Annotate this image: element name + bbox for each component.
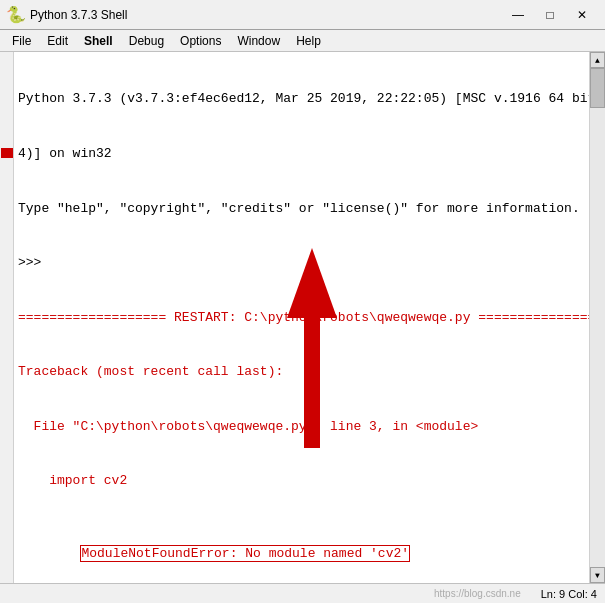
restart-line: =================== RESTART: C:\python\r… bbox=[18, 309, 585, 327]
menu-file[interactable]: File bbox=[4, 30, 39, 51]
output-line-4: >>> bbox=[18, 254, 585, 272]
maximize-button[interactable]: □ bbox=[535, 4, 565, 26]
watermark: https://blog.csdn.ne bbox=[434, 588, 521, 599]
error-line: ModuleNotFoundError: No module named 'cv… bbox=[18, 527, 585, 582]
position-indicator: Ln: 9 Col: 4 bbox=[541, 588, 597, 600]
menu-help[interactable]: Help bbox=[288, 30, 329, 51]
left-marker bbox=[0, 52, 14, 583]
scroll-down-arrow[interactable]: ▼ bbox=[590, 567, 605, 583]
shell-main: Python 3.7.3 (v3.7.3:ef4ec6ed12, Mar 25 … bbox=[14, 52, 589, 583]
file-line: File "C:\python\robots\qweqwewqe.py", li… bbox=[18, 418, 585, 436]
traceback-line: Traceback (most recent call last): bbox=[18, 363, 585, 381]
window-controls: — □ ✕ bbox=[503, 4, 597, 26]
title-bar: 🐍 Python 3.7.3 Shell — □ ✕ bbox=[0, 0, 605, 30]
menu-bar: File Edit Shell Debug Options Window Hel… bbox=[0, 30, 605, 52]
app-icon: 🐍 bbox=[8, 7, 24, 23]
scrollbar[interactable]: ▲ ▼ bbox=[589, 52, 605, 583]
error-marker bbox=[1, 148, 13, 158]
menu-options[interactable]: Options bbox=[172, 30, 229, 51]
output-line-1: Python 3.7.3 (v3.7.3:ef4ec6ed12, Mar 25 … bbox=[18, 90, 585, 108]
error-highlight: ModuleNotFoundError: No module named 'cv… bbox=[80, 545, 410, 562]
shell-content[interactable]: Python 3.7.3 (v3.7.3:ef4ec6ed12, Mar 25 … bbox=[14, 52, 589, 583]
output-line-2: 4)] on win32 bbox=[18, 145, 585, 163]
menu-edit[interactable]: Edit bbox=[39, 30, 76, 51]
minimize-button[interactable]: — bbox=[503, 4, 533, 26]
menu-shell[interactable]: Shell bbox=[76, 30, 121, 51]
scrollbar-thumb[interactable] bbox=[590, 68, 605, 108]
scrollbar-track[interactable] bbox=[590, 68, 605, 567]
close-button[interactable]: ✕ bbox=[567, 4, 597, 26]
title-text: Python 3.7.3 Shell bbox=[30, 8, 503, 22]
status-bar: https://blog.csdn.ne Ln: 9 Col: 4 bbox=[0, 583, 605, 603]
import-line: import cv2 bbox=[18, 472, 585, 490]
output-line-3: Type "help", "copyright", "credits" or "… bbox=[18, 200, 585, 218]
shell-wrapper: Python 3.7.3 (v3.7.3:ef4ec6ed12, Mar 25 … bbox=[0, 52, 605, 583]
scroll-up-arrow[interactable]: ▲ bbox=[590, 52, 605, 68]
menu-debug[interactable]: Debug bbox=[121, 30, 172, 51]
menu-window[interactable]: Window bbox=[229, 30, 288, 51]
